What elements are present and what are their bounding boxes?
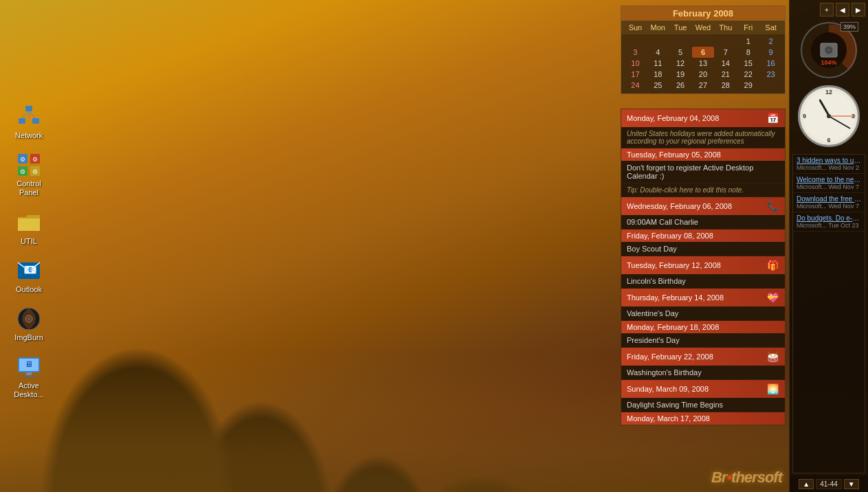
event-item[interactable]: President's Day [621, 333, 785, 348]
clock-num-9: 9 [803, 113, 806, 120]
news-item-3[interactable]: Download the free a... Microsoft... Wed … [793, 193, 865, 212]
cal-cell[interactable]: 25 [647, 80, 669, 91]
desktop-icon-outlook[interactable]: 📧 Outlook [5, 256, 52, 297]
cal-cell[interactable]: 21 [714, 69, 737, 80]
cal-cell[interactable]: 8 [737, 47, 759, 58]
day-mon: Mon [647, 22, 669, 33]
event-date-mar17[interactable]: Monday, March 17, 2008 [621, 412, 785, 425]
cal-cell[interactable]: 7 [714, 47, 737, 58]
event-item[interactable]: United States holidays were added automa… [621, 127, 785, 148]
clock-minute-hand [829, 115, 851, 129]
event-date-label: Monday, February 18, 2008 [627, 323, 719, 331]
cal-cell[interactable]: 27 [692, 80, 715, 91]
cal-cell[interactable]: 15 [737, 58, 759, 69]
event-item[interactable]: Boy Scout Day [621, 242, 785, 256]
news-source: Microsoft... [797, 203, 827, 210]
cal-cell[interactable]: 14 [714, 58, 737, 69]
event-date-feb18[interactable]: Monday, February 18, 2008 [621, 321, 785, 333]
news-date: Wed Nov 7 [829, 183, 859, 190]
util-folder-icon [16, 210, 41, 235]
svg-rect-0 [25, 106, 32, 111]
cal-cell[interactable]: 11 [647, 58, 669, 69]
pagination-prev[interactable]: ▲ [799, 479, 814, 489]
cal-cell[interactable]: 13 [692, 58, 715, 69]
outlook-icon: 📧 [16, 258, 41, 283]
event-date-feb12[interactable]: Tuesday, February 12, 2008 🎁 [621, 256, 785, 274]
cal-cell-today[interactable]: 6 [692, 47, 715, 58]
event-item[interactable]: Washington's Birthday [621, 366, 785, 380]
event-item[interactable]: Lincoln's Birthday [621, 274, 785, 289]
cal-cell[interactable]: 16 [759, 58, 782, 69]
event-item[interactable]: Valentine's Day [621, 306, 785, 321]
event-item[interactable]: 09:00AM Call Charlie [621, 215, 785, 230]
event-date-feb05[interactable]: Tuesday, February 05, 2008 [621, 148, 785, 161]
cal-cell[interactable]: 23 [759, 69, 782, 80]
cal-cell[interactable]: 9 [759, 47, 782, 58]
brothersoft-dot: • [726, 469, 731, 486]
desktop-icon-control-panel[interactable]: ⚙ ⚙ ⚙ ⚙ Control Panel [5, 150, 52, 200]
svg-point-28 [827, 49, 830, 52]
desktop-icon-network[interactable]: Network [5, 102, 52, 143]
cal-cell[interactable] [624, 36, 647, 47]
cal-cell[interactable]: 17 [624, 69, 647, 80]
news-item-4[interactable]: Do budgets. Do e-m... Microsoft... Tue O… [793, 212, 865, 232]
prev-button[interactable]: ◀ [836, 3, 849, 16]
clock-second-hand [829, 116, 855, 117]
cal-cell[interactable] [714, 36, 737, 47]
cal-cell[interactable]: 19 [669, 69, 692, 80]
event-item[interactable]: Don't forget to register Active Desktop … [621, 161, 785, 183]
svg-text:⚙: ⚙ [20, 168, 25, 175]
news-panel: 3 hidden ways to use... Microsoft... Wed… [792, 154, 865, 473]
event-date-feb22[interactable]: Friday, February 22, 2008 🥁 [621, 348, 785, 366]
news-source: Microsoft... [797, 222, 827, 229]
cal-cell[interactable]: 22 [737, 69, 759, 80]
event-date-feb08[interactable]: Friday, February 08, 2008 [621, 230, 785, 242]
cal-cell[interactable]: 2 [759, 36, 782, 47]
cal-cell[interactable]: 10 [624, 58, 647, 69]
event-drum-icon: 🥁 [766, 350, 779, 364]
event-date-label: Sunday, March 09, 2008 [627, 385, 709, 393]
event-date-label: Friday, February 22, 2008 [627, 353, 713, 361]
day-sat: Sat [759, 22, 782, 33]
news-meta: Microsoft... Wed Nov 2 [797, 164, 861, 171]
day-wed: Wed [692, 22, 715, 33]
news-item-2[interactable]: Welcome to the new... Microsoft... Wed N… [793, 174, 865, 193]
event-date-feb14[interactable]: Thursday, February 14, 2008 💝 [621, 289, 785, 306]
cal-cell[interactable]: 24 [624, 80, 647, 91]
cal-cell[interactable]: 3 [624, 47, 647, 58]
add-button[interactable]: + [820, 3, 834, 16]
event-date-feb04[interactable]: Monday, February 04, 2008 📅 [621, 109, 785, 127]
desktop-icon-util[interactable]: UTIL [5, 208, 52, 249]
pagination-next[interactable]: ▼ [844, 479, 859, 489]
day-fri: Fri [737, 22, 759, 33]
event-date-feb06[interactable]: Wednesday, February 06, 2008 📞 [621, 197, 785, 215]
cal-cell[interactable]: 1 [737, 36, 759, 47]
event-date-mar09[interactable]: Sunday, March 09, 2008 🌅 [621, 380, 785, 398]
cal-cell[interactable]: 5 [669, 47, 692, 58]
cal-cell[interactable] [669, 36, 692, 47]
cal-cell[interactable]: 20 [692, 69, 715, 80]
cal-cell[interactable] [759, 80, 782, 91]
news-item-1[interactable]: 3 hidden ways to use... Microsoft... Wed… [793, 155, 865, 174]
event-item-dst[interactable]: Daylight Saving Time Begins [621, 398, 785, 412]
news-source: Microsoft... [797, 164, 827, 171]
event-calendar-icon: 📅 [766, 111, 779, 125]
cal-cell[interactable]: 26 [669, 80, 692, 91]
desktop-icon-imgburn[interactable]: ImgBurn [5, 304, 52, 345]
day-sun: Sun [624, 22, 647, 33]
cal-cell[interactable]: 28 [714, 80, 737, 91]
cal-cell[interactable]: 18 [647, 69, 669, 80]
calendar-widget: February 2008 Sun Mon Tue Wed Thu Fri Sa… [621, 5, 786, 94]
cal-cell[interactable]: 12 [669, 58, 692, 69]
svg-rect-22 [22, 375, 36, 377]
desktop-icon-active-desktop[interactable]: 🖥 Active Deskto... [5, 352, 52, 402]
cal-cell[interactable] [647, 36, 669, 47]
svg-rect-2 [32, 118, 39, 124]
pagination-bar: ▲ 41-44 ▼ [790, 476, 868, 492]
cal-cell[interactable]: 4 [647, 47, 669, 58]
event-item-note[interactable]: Tip: Double-click here to edit this note… [621, 183, 785, 197]
cal-cell[interactable] [692, 36, 715, 47]
cal-cell[interactable]: 29 [737, 80, 759, 91]
next-button[interactable]: ▶ [852, 3, 865, 16]
right-panel-controls: + ◀ ▶ [790, 0, 868, 16]
